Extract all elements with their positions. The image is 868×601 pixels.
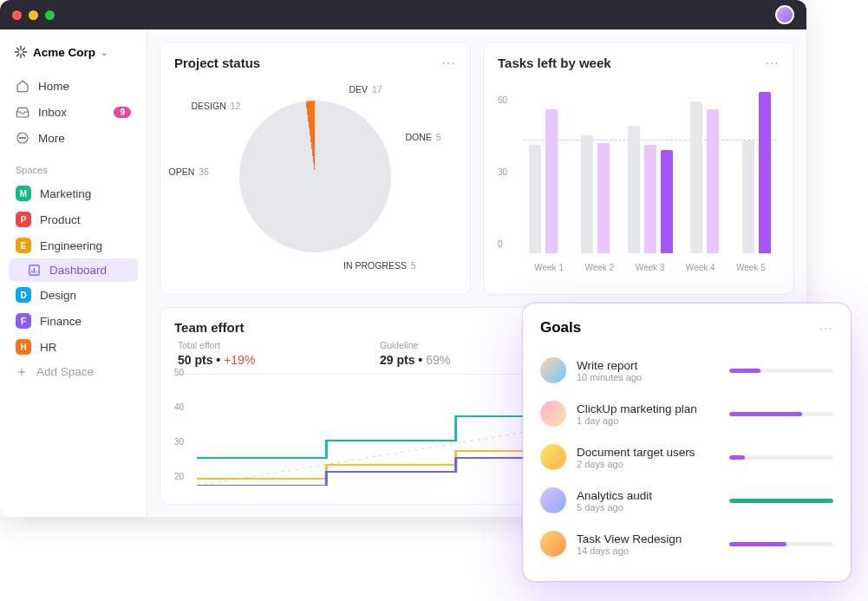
card-title: Team effort [174, 320, 245, 335]
bar-group [736, 85, 776, 253]
inbox-icon [16, 105, 29, 119]
add-space-label: Add Space [36, 365, 94, 378]
goal-avatar [540, 357, 566, 383]
y-tick: 50 [174, 368, 184, 377]
maximize-icon[interactable] [45, 10, 55, 20]
goal-avatar [540, 531, 566, 557]
goals-menu-button[interactable]: ⋯ [819, 320, 833, 336]
card-title: Tasks left by week [498, 56, 611, 70]
card-title: Project status [174, 56, 260, 70]
svg-line-5 [23, 54, 25, 56]
goals-title: Goals [540, 319, 581, 336]
goal-progress [729, 369, 833, 373]
svg-point-11 [24, 137, 25, 138]
space-icon: M [16, 186, 31, 201]
svg-point-10 [22, 137, 23, 138]
goal-time: 10 minutes ago [577, 372, 719, 382]
bar [529, 145, 541, 253]
minimize-icon[interactable] [29, 10, 38, 20]
goal-info: Write report 10 minutes ago [577, 359, 719, 382]
space-item-design[interactable]: DDesign [9, 282, 138, 308]
nav-more[interactable]: More [9, 125, 138, 151]
space-icon: E [16, 238, 31, 253]
space-item-product[interactable]: PProduct [9, 206, 138, 232]
goal-title: Analytics audit [577, 489, 719, 502]
card-menu-button[interactable]: ⋯ [765, 55, 780, 71]
pie-label: IN PROGRESS 5 [343, 260, 416, 271]
goal-info: ClickUp marketing plan 1 day ago [577, 402, 719, 426]
workspace-switcher[interactable]: Acme Corp ⌄ [9, 42, 138, 62]
svg-point-9 [20, 137, 21, 138]
x-label: Week 2 [574, 263, 624, 272]
goal-title: Write report [577, 359, 719, 372]
y-tick: 60 [498, 95, 507, 104]
nav-inbox[interactable]: Inbox 9 [9, 99, 138, 125]
bar [690, 101, 702, 253]
goal-item[interactable]: ClickUp marketing plan 1 day ago [540, 392, 833, 435]
goal-title: ClickUp marketing plan [577, 402, 719, 415]
goal-avatar [540, 487, 566, 513]
space-icon: P [16, 212, 31, 227]
bar [581, 135, 593, 253]
space-item-hr[interactable]: HHR [9, 334, 138, 360]
pie-label: DEV 17 [349, 84, 382, 95]
goals-card: Goals ⋯ Write report 10 minutes ago Clic… [523, 304, 851, 581]
goal-progress [729, 412, 833, 416]
x-label: Week 1 [524, 263, 574, 272]
home-icon [16, 79, 29, 93]
metric-value: 50 pts • +19% [178, 353, 375, 367]
inbox-badge: 9 [114, 107, 131, 118]
bar-group [576, 85, 616, 253]
user-avatar[interactable] [775, 5, 794, 24]
dashboard-icon [28, 264, 41, 277]
goal-time: 14 days ago [577, 545, 719, 556]
svg-line-7 [16, 54, 19, 56]
space-label: Engineering [40, 239, 102, 252]
goal-time: 1 day ago [577, 415, 719, 426]
goal-info: Task View Redesign 14 days ago [577, 532, 719, 556]
sidebar: Acme Corp ⌄ Home Inbox 9 More Spaces MMa… [0, 29, 147, 517]
bar [597, 143, 610, 253]
space-item-marketing[interactable]: MMarketing [9, 180, 138, 206]
goal-info: Analytics audit 5 days ago [577, 489, 719, 513]
spaces-section-label: Spaces [16, 165, 138, 175]
pie-label: DONE 5 [406, 132, 441, 142]
bar-chart: 03060 Week 1Week 2Week 3Week 4Week 5 [498, 76, 780, 276]
bar [661, 150, 673, 253]
workspace-name: Acme Corp [33, 46, 95, 59]
space-icon: H [16, 339, 31, 355]
svg-line-4 [16, 48, 19, 50]
y-tick: 0 [498, 239, 503, 249]
svg-line-6 [23, 48, 25, 50]
goal-item[interactable]: Document target users 2 days ago [540, 435, 833, 479]
goal-item[interactable]: Write report 10 minutes ago [540, 349, 833, 392]
goal-avatar [540, 444, 566, 470]
plus-icon [16, 366, 28, 378]
space-item-engineering[interactable]: EEngineering [9, 232, 138, 258]
add-space-button[interactable]: Add Space [9, 360, 138, 383]
goal-item[interactable]: Analytics audit 5 days ago [540, 479, 833, 522]
x-label: Week 3 [624, 263, 675, 272]
card-menu-button[interactable]: ⋯ [441, 55, 456, 71]
nav-home[interactable]: Home [9, 73, 138, 99]
y-tick: 30 [498, 167, 507, 176]
space-item-finance[interactable]: FFinance [9, 308, 138, 334]
window-controls [12, 10, 55, 20]
pie-label: DESIGN 12 [192, 101, 241, 111]
space-label: Marketing [40, 187, 91, 200]
metric: Total effort50 pts • +19% [174, 340, 376, 367]
sidebar-dashboard[interactable]: Dashboard [9, 258, 138, 282]
chevron-down-icon: ⌄ [101, 48, 108, 57]
bar [707, 109, 719, 253]
close-icon[interactable] [12, 10, 22, 20]
goal-progress [729, 499, 833, 503]
bar [742, 140, 754, 253]
dashboard-label: Dashboard [49, 264, 107, 277]
goal-time: 5 days ago [577, 502, 719, 513]
goal-item[interactable]: Task View Redesign 14 days ago [540, 522, 833, 565]
space-label: Finance [40, 315, 82, 328]
bar-group [685, 85, 725, 253]
pie-label: OPEN 36 [169, 167, 209, 177]
pie-chart: OPEN 36DESIGN 12DEV 17DONE 5IN PROGRESS … [174, 76, 456, 276]
x-label: Week 5 [726, 263, 776, 272]
